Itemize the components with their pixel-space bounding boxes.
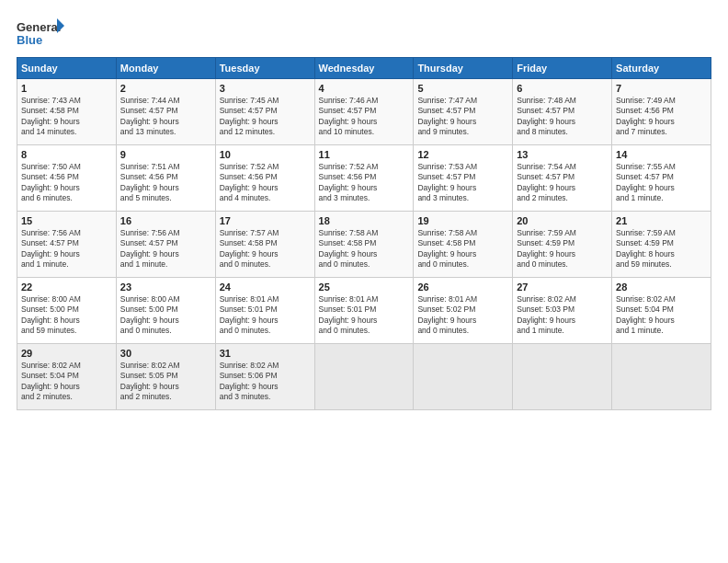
col-header-tuesday: Tuesday (215, 58, 314, 79)
calendar-cell: 2Sunrise: 7:44 AM Sunset: 4:57 PM Daylig… (116, 79, 215, 145)
day-number: 30 (120, 348, 211, 359)
svg-text:Blue: Blue (17, 33, 42, 47)
calendar-cell: 7Sunrise: 7:49 AM Sunset: 4:56 PM Daylig… (612, 79, 711, 145)
calendar-cell: 18Sunrise: 7:58 AM Sunset: 4:58 PM Dayli… (314, 212, 414, 278)
calendar-cell: 6Sunrise: 7:48 AM Sunset: 4:57 PM Daylig… (513, 79, 612, 145)
calendar-cell: 22Sunrise: 8:00 AM Sunset: 5:00 PM Dayli… (17, 278, 117, 344)
calendar-cell (414, 344, 513, 410)
day-info: Sunrise: 7:56 AM Sunset: 4:57 PM Dayligh… (21, 228, 112, 270)
calendar-cell (314, 344, 414, 410)
day-info: Sunrise: 7:56 AM Sunset: 4:57 PM Dayligh… (120, 228, 211, 270)
day-number: 7 (616, 83, 707, 94)
day-number: 15 (21, 215, 112, 226)
day-info: Sunrise: 7:45 AM Sunset: 4:57 PM Dayligh… (220, 96, 311, 138)
calendar-week-2: 8Sunrise: 7:50 AM Sunset: 4:56 PM Daylig… (17, 145, 711, 212)
calendar-cell: 3Sunrise: 7:45 AM Sunset: 4:57 PM Daylig… (215, 79, 314, 145)
calendar-cell: 23Sunrise: 8:00 AM Sunset: 5:00 PM Dayli… (116, 278, 215, 344)
day-info: Sunrise: 8:01 AM Sunset: 5:02 PM Dayligh… (417, 294, 508, 337)
day-info: Sunrise: 7:57 AM Sunset: 4:58 PM Dayligh… (220, 228, 311, 270)
calendar-cell: 16Sunrise: 7:56 AM Sunset: 4:57 PM Dayli… (116, 212, 215, 278)
day-info: Sunrise: 7:43 AM Sunset: 4:58 PM Dayligh… (21, 96, 112, 138)
calendar-cell: 20Sunrise: 7:59 AM Sunset: 4:59 PM Dayli… (513, 212, 612, 278)
calendar-cell: 14Sunrise: 7:55 AM Sunset: 4:57 PM Dayli… (612, 145, 711, 212)
col-header-wednesday: Wednesday (314, 58, 414, 79)
day-info: Sunrise: 8:01 AM Sunset: 5:01 PM Dayligh… (319, 294, 410, 337)
day-number: 2 (120, 83, 211, 94)
day-number: 23 (120, 282, 211, 293)
day-number: 28 (616, 282, 707, 293)
day-info: Sunrise: 7:46 AM Sunset: 4:57 PM Dayligh… (319, 96, 410, 138)
calendar-cell: 26Sunrise: 8:01 AM Sunset: 5:02 PM Dayli… (414, 278, 513, 344)
col-header-thursday: Thursday (414, 58, 513, 79)
day-number: 10 (220, 149, 311, 160)
calendar-week-4: 22Sunrise: 8:00 AM Sunset: 5:00 PM Dayli… (17, 278, 711, 344)
day-number: 29 (21, 348, 112, 359)
calendar-cell: 9Sunrise: 7:51 AM Sunset: 4:56 PM Daylig… (116, 145, 215, 212)
day-number: 27 (517, 282, 608, 293)
day-number: 17 (220, 215, 311, 226)
day-info: Sunrise: 8:02 AM Sunset: 5:03 PM Dayligh… (517, 294, 608, 337)
col-header-saturday: Saturday (612, 58, 711, 79)
day-number: 6 (517, 83, 608, 94)
day-info: Sunrise: 7:55 AM Sunset: 4:57 PM Dayligh… (616, 162, 707, 204)
day-info: Sunrise: 8:00 AM Sunset: 5:00 PM Dayligh… (21, 294, 112, 337)
calendar-cell: 31Sunrise: 8:02 AM Sunset: 5:06 PM Dayli… (215, 344, 314, 410)
calendar-cell: 30Sunrise: 8:02 AM Sunset: 5:05 PM Dayli… (116, 344, 215, 410)
day-number: 9 (120, 149, 211, 160)
calendar-week-1: 1Sunrise: 7:43 AM Sunset: 4:58 PM Daylig… (17, 79, 711, 145)
day-number: 11 (319, 149, 410, 160)
calendar-cell: 15Sunrise: 7:56 AM Sunset: 4:57 PM Dayli… (17, 212, 117, 278)
logo-svg: General Blue (17, 17, 64, 50)
day-info: Sunrise: 7:51 AM Sunset: 4:56 PM Dayligh… (120, 162, 211, 204)
day-number: 16 (120, 215, 211, 226)
col-header-sunday: Sunday (17, 58, 117, 79)
day-info: Sunrise: 7:58 AM Sunset: 4:58 PM Dayligh… (417, 228, 508, 270)
day-number: 22 (21, 282, 112, 293)
calendar-cell: 27Sunrise: 8:02 AM Sunset: 5:03 PM Dayli… (513, 278, 612, 344)
calendar-page: General Blue SundayMondayTuesdayWednesda… (0, 0, 728, 563)
header: General Blue (17, 17, 711, 50)
day-number: 26 (417, 282, 508, 293)
day-info: Sunrise: 7:48 AM Sunset: 4:57 PM Dayligh… (517, 96, 608, 138)
calendar-cell: 19Sunrise: 7:58 AM Sunset: 4:58 PM Dayli… (414, 212, 513, 278)
calendar-cell: 12Sunrise: 7:53 AM Sunset: 4:57 PM Dayli… (414, 145, 513, 212)
calendar-cell: 21Sunrise: 7:59 AM Sunset: 4:59 PM Dayli… (612, 212, 711, 278)
day-info: Sunrise: 7:49 AM Sunset: 4:56 PM Dayligh… (616, 96, 707, 138)
day-info: Sunrise: 8:02 AM Sunset: 5:04 PM Dayligh… (616, 294, 707, 337)
day-number: 18 (319, 215, 410, 226)
day-info: Sunrise: 7:52 AM Sunset: 4:56 PM Dayligh… (319, 162, 410, 204)
day-info: Sunrise: 7:58 AM Sunset: 4:58 PM Dayligh… (319, 228, 410, 270)
day-number: 19 (417, 215, 508, 226)
day-number: 25 (319, 282, 410, 293)
calendar-cell: 28Sunrise: 8:02 AM Sunset: 5:04 PM Dayli… (612, 278, 711, 344)
day-info: Sunrise: 8:01 AM Sunset: 5:01 PM Dayligh… (220, 294, 311, 337)
day-number: 8 (21, 149, 112, 160)
day-number: 31 (220, 348, 311, 359)
calendar-cell: 17Sunrise: 7:57 AM Sunset: 4:58 PM Dayli… (215, 212, 314, 278)
calendar-cell: 25Sunrise: 8:01 AM Sunset: 5:01 PM Dayli… (314, 278, 414, 344)
calendar-cell: 1Sunrise: 7:43 AM Sunset: 4:58 PM Daylig… (17, 79, 117, 145)
col-header-monday: Monday (116, 58, 215, 79)
svg-text:General: General (17, 20, 61, 34)
day-number: 24 (220, 282, 311, 293)
day-number: 3 (220, 83, 311, 94)
day-number: 1 (21, 83, 112, 94)
logo: General Blue (17, 17, 64, 50)
day-number: 5 (417, 83, 508, 94)
day-info: Sunrise: 8:00 AM Sunset: 5:00 PM Dayligh… (120, 294, 211, 337)
day-number: 21 (616, 215, 707, 226)
day-info: Sunrise: 7:59 AM Sunset: 4:59 PM Dayligh… (517, 228, 608, 270)
calendar-cell: 29Sunrise: 8:02 AM Sunset: 5:04 PM Dayli… (17, 344, 117, 410)
day-info: Sunrise: 7:59 AM Sunset: 4:59 PM Dayligh… (616, 228, 707, 270)
calendar-week-5: 29Sunrise: 8:02 AM Sunset: 5:04 PM Dayli… (17, 344, 711, 410)
day-number: 12 (417, 149, 508, 160)
day-info: Sunrise: 8:02 AM Sunset: 5:06 PM Dayligh… (220, 361, 311, 403)
calendar-cell: 10Sunrise: 7:52 AM Sunset: 4:56 PM Dayli… (215, 145, 314, 212)
calendar-cell: 8Sunrise: 7:50 AM Sunset: 4:56 PM Daylig… (17, 145, 117, 212)
day-info: Sunrise: 7:50 AM Sunset: 4:56 PM Dayligh… (21, 162, 112, 204)
day-number: 4 (319, 83, 410, 94)
calendar-cell (513, 344, 612, 410)
day-info: Sunrise: 7:44 AM Sunset: 4:57 PM Dayligh… (120, 96, 211, 138)
day-info: Sunrise: 7:53 AM Sunset: 4:57 PM Dayligh… (417, 162, 508, 204)
calendar-table: SundayMondayTuesdayWednesdayThursdayFrid… (17, 57, 711, 410)
